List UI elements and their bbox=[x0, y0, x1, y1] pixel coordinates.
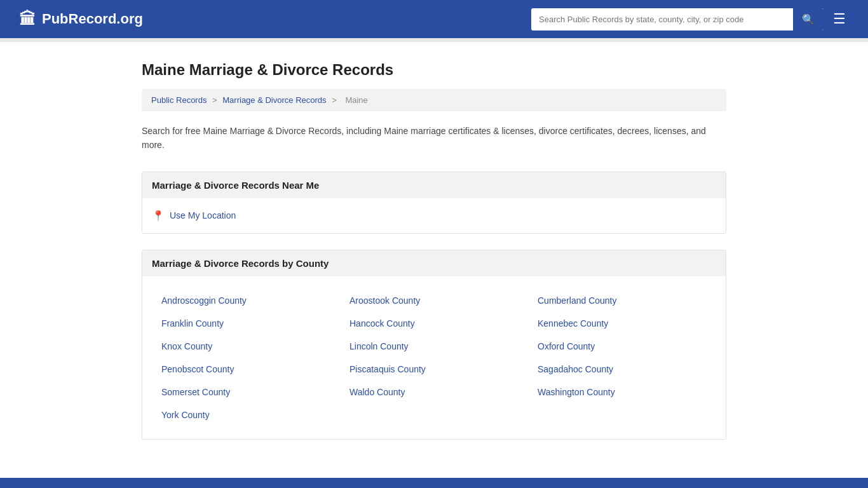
site-logo[interactable]: 🏛 PubRecord.org bbox=[19, 10, 143, 29]
county-link[interactable]: York County bbox=[152, 403, 340, 426]
near-me-section: Marriage & Divorce Records Near Me 📍 Use… bbox=[142, 172, 726, 234]
page-title: Maine Marriage & Divorce Records bbox=[142, 61, 726, 79]
county-link[interactable]: Aroostook County bbox=[340, 289, 528, 312]
county-link[interactable]: Somerset County bbox=[152, 381, 340, 403]
breadcrumb-maine: Maine bbox=[345, 95, 367, 105]
site-footer: About UsContact UsPrivacy PolicyTerms an… bbox=[0, 478, 868, 488]
near-me-section-header: Marriage & Divorce Records Near Me bbox=[142, 172, 726, 198]
breadcrumb-separator-1: > bbox=[212, 95, 219, 105]
use-location-link[interactable]: 📍 Use My Location bbox=[152, 210, 716, 222]
breadcrumb-public-records[interactable]: Public Records bbox=[151, 95, 207, 105]
search-bar: 🔍 bbox=[531, 8, 824, 30]
county-link[interactable]: Kennebec County bbox=[528, 312, 716, 335]
county-link[interactable]: Sagadahoc County bbox=[528, 358, 716, 381]
logo-text: PubRecord.org bbox=[42, 11, 143, 27]
menu-icon[interactable]: ☰ bbox=[830, 8, 849, 30]
county-link[interactable]: Waldo County bbox=[340, 381, 528, 403]
search-input[interactable] bbox=[531, 10, 793, 29]
county-section: Marriage & Divorce Records by County And… bbox=[142, 250, 726, 440]
header-right: 🔍 ☰ bbox=[531, 8, 849, 30]
breadcrumb-marriage-divorce[interactable]: Marriage & Divorce Records bbox=[222, 95, 326, 105]
county-section-header: Marriage & Divorce Records by County bbox=[142, 250, 726, 276]
county-link[interactable]: Oxford County bbox=[528, 335, 716, 358]
county-grid: Androscoggin CountyAroostook CountyCumbe… bbox=[142, 276, 726, 439]
county-link[interactable]: Knox County bbox=[152, 335, 340, 358]
search-button[interactable]: 🔍 bbox=[793, 8, 824, 30]
county-link[interactable] bbox=[528, 403, 716, 426]
page-description: Search for free Maine Marriage & Divorce… bbox=[142, 124, 726, 152]
building-icon: 🏛 bbox=[19, 10, 36, 29]
county-link[interactable]: Penobscot County bbox=[152, 358, 340, 381]
main-content: Maine Marriage & Divorce Records Public … bbox=[129, 42, 739, 478]
breadcrumb-separator-2: > bbox=[332, 95, 339, 105]
county-link[interactable]: Franklin County bbox=[152, 312, 340, 335]
county-link[interactable]: Washington County bbox=[528, 381, 716, 403]
near-me-body: 📍 Use My Location bbox=[142, 198, 726, 233]
county-link[interactable]: Androscoggin County bbox=[152, 289, 340, 312]
breadcrumb: Public Records > Marriage & Divorce Reco… bbox=[142, 89, 726, 111]
use-location-label: Use My Location bbox=[170, 210, 236, 220]
location-pin-icon: 📍 bbox=[152, 210, 165, 222]
county-link[interactable] bbox=[340, 403, 528, 426]
county-link[interactable]: Hancock County bbox=[340, 312, 528, 335]
county-link[interactable]: Lincoln County bbox=[340, 335, 528, 358]
county-link[interactable]: Piscataquis County bbox=[340, 358, 528, 381]
site-header: 🏛 PubRecord.org 🔍 ☰ bbox=[0, 0, 868, 38]
county-link[interactable]: Cumberland County bbox=[528, 289, 716, 312]
